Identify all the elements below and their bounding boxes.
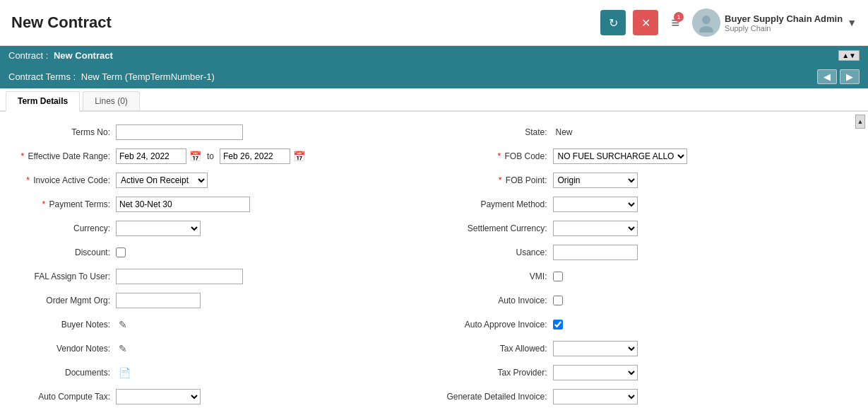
usance-row: Usance: [440, 243, 852, 262]
tax-allowed-label: Tax Allowed: [440, 344, 553, 354]
terms-nav: ◀ ▶ [817, 69, 860, 84]
tax-provider-label: Tax Provider: [440, 368, 553, 378]
contract-bar: Contract : New Contract ▲▼ [0, 46, 868, 65]
calendar-from-icon[interactable]: 📅 [189, 151, 201, 162]
buyer-notes-row: Buyer Notes: ✎ [17, 315, 429, 334]
vendor-notes-row: Vendor Notes: ✎ [17, 339, 429, 358]
auto-invoice-label: Auto Invoice: [440, 296, 553, 305]
svg-point-1 [699, 26, 713, 33]
payment-terms-label: * Payment Terms: [17, 199, 116, 209]
vmi-label: VMI: [440, 272, 553, 281]
auto-approve-row: Auto Approve Invoice: [440, 315, 852, 334]
documents-row: Documents: 📄 [17, 363, 429, 382]
currency-select[interactable] [116, 221, 201, 236]
required-star4: * [497, 151, 501, 161]
payment-method-select[interactable] [553, 197, 638, 212]
tax-provider-row: Tax Provider: [440, 363, 852, 382]
scroll-up-indicator[interactable]: ▲ [855, 115, 865, 129]
auto-compute-label: Auto Compute Tax: [17, 392, 116, 402]
calendar-to-icon[interactable]: 📅 [293, 151, 305, 162]
payment-method-label: Payment Method: [440, 199, 553, 209]
terms-name: New Term (TempTermNumber-1) [81, 71, 215, 82]
invoice-active-row: * Invoice Active Code: Active On Receipt [17, 171, 429, 190]
page-title: New Contract [11, 13, 112, 32]
effective-date-row: * Effective Date Range: 📅 to 📅 [17, 147, 429, 165]
content-area: Contract : New Contract ▲▼ Contract Term… [0, 46, 868, 408]
terms-no-label: Terms No: [17, 127, 116, 137]
auto-invoice-checkbox[interactable] [553, 296, 563, 305]
buyer-notes-edit-icon[interactable]: ✎ [119, 319, 127, 330]
tab-bar: Term Details Lines (0) [0, 88, 868, 112]
to-label: to [207, 151, 214, 161]
auto-compute-row: Auto Compute Tax: [17, 387, 429, 406]
order-mgmt-input[interactable] [116, 293, 201, 308]
notification-badge: 1 [674, 12, 684, 22]
svg-point-0 [702, 16, 711, 24]
user-name-block: Buyer Supply Chain Admin Supply Chain [725, 13, 843, 33]
vendor-notes-label: Vendor Notes: [17, 344, 116, 354]
terms-no-input[interactable] [116, 124, 243, 140]
terms-bar: Contract Terms : New Term (TempTermNumbe… [0, 65, 868, 88]
date-to-input[interactable] [220, 148, 290, 164]
date-from-input[interactable] [116, 148, 186, 164]
terms-no-row: Terms No: [17, 123, 429, 141]
tax-allowed-select[interactable] [553, 341, 638, 356]
documents-icon[interactable]: 📄 [119, 367, 131, 378]
required-star2: * [26, 175, 30, 185]
buyer-notes-label: Buyer Notes: [17, 320, 116, 330]
discount-label: Discount: [17, 247, 116, 257]
user-info[interactable]: Buyer Supply Chain Admin Supply Chain ▼ [692, 8, 857, 37]
nav-prev-button[interactable]: ◀ [817, 69, 837, 84]
fob-code-label: * FOB Code: [440, 151, 553, 161]
invoice-active-select[interactable]: Active On Receipt [116, 173, 208, 188]
tax-allowed-row: Tax Allowed: [440, 339, 852, 358]
tab-lines[interactable]: Lines (0) [83, 91, 140, 110]
currency-label: Currency: [17, 223, 116, 233]
usance-input[interactable] [553, 245, 638, 260]
form-area: Terms No: * Effective Date Range: 📅 to [0, 112, 868, 408]
discount-checkbox[interactable] [116, 247, 126, 257]
vendor-notes-edit-icon[interactable]: ✎ [119, 343, 127, 354]
refresh-button[interactable]: ↻ [600, 10, 626, 35]
vmi-checkbox[interactable] [553, 272, 563, 281]
generate-invoice-label: Generate Detailed Invoice: [440, 392, 553, 402]
auto-approve-checkbox[interactable] [553, 320, 563, 330]
auto-compute-select[interactable] [116, 389, 201, 404]
order-mgmt-row: Order Mgmt Org: [17, 291, 429, 310]
tax-provider-select[interactable] [553, 365, 638, 380]
fal-assign-input[interactable] [116, 269, 243, 284]
terms-breadcrumb: Contract Terms : New Term (TempTermNumbe… [8, 71, 215, 82]
fob-point-row: * FOB Point: Origin [440, 171, 852, 190]
required-star5: * [499, 175, 502, 185]
required-star3: * [42, 199, 46, 209]
order-mgmt-label: Order Mgmt Org: [17, 296, 116, 305]
auto-invoice-row: Auto Invoice: [440, 291, 852, 310]
settlement-currency-select[interactable] [553, 221, 638, 236]
documents-label: Documents: [17, 368, 116, 378]
payment-method-row: Payment Method: [440, 195, 852, 214]
state-row: State: New [440, 123, 852, 141]
auto-approve-label: Auto Approve Invoice: [440, 320, 553, 330]
contract-expand-button[interactable]: ▲▼ [838, 50, 860, 61]
required-star: * [20, 151, 24, 161]
tab-term-details[interactable]: Term Details [6, 91, 80, 112]
nav-next-button[interactable]: ▶ [840, 69, 860, 84]
form-left-section: Terms No: * Effective Date Range: 📅 to [11, 120, 434, 408]
close-button[interactable]: ✕ [633, 10, 658, 35]
usance-label: Usance: [440, 247, 553, 257]
menu-button[interactable]: ≡ 1 [665, 12, 685, 34]
form-area-wrapper: Terms No: * Effective Date Range: 📅 to [0, 112, 868, 408]
contract-breadcrumb: Contract : New Contract [8, 50, 113, 61]
form-right-section: State: New * FOB Code: NO FUEL SURCHARGE… [434, 120, 857, 408]
payment-terms-input[interactable] [116, 197, 250, 212]
avatar [692, 8, 720, 37]
user-role: Supply Chain [725, 24, 843, 33]
contract-name: New Contract [54, 50, 113, 61]
currency-row: Currency: [17, 219, 429, 238]
fob-point-select[interactable]: Origin [553, 173, 638, 188]
fob-code-select[interactable]: NO FUEL SURCHARGE ALLOWED [553, 148, 687, 164]
state-value: New [556, 127, 573, 137]
payment-terms-row: * Payment Terms: [17, 195, 429, 214]
generate-invoice-row: Generate Detailed Invoice: [440, 387, 852, 406]
generate-invoice-select[interactable] [553, 389, 638, 404]
